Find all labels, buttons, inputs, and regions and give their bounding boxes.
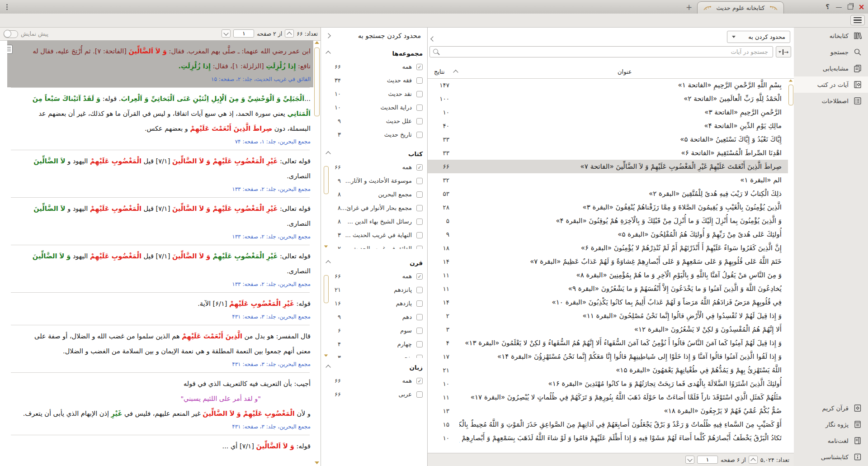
filter-item[interactable]: ✓همه۶۶ <box>321 161 427 174</box>
verse-row[interactable]: الَّذِينَ يُؤْمِنُونَ بِالْغَيْبِ وَ يُق… <box>428 200 788 214</box>
checkbox-icon[interactable] <box>416 300 423 307</box>
filter-item[interactable]: پنجم۳ <box>321 351 427 358</box>
filter-item[interactable]: ✓همه۶۶ <box>321 270 427 283</box>
checkbox-checked-icon[interactable]: ✓ <box>416 378 423 384</box>
page-up-button[interactable] <box>285 29 294 38</box>
verse-row[interactable]: إِيَّاكَ نَعْبُدُ وَ إِيَّاكَ نَسْتَعِين… <box>428 133 788 146</box>
verse-row[interactable]: اهْدِنَا الصِّراطَ الْمُسْتَقِيمَ «الفات… <box>428 146 788 160</box>
collapse-panel-right-icon[interactable] <box>326 33 330 38</box>
filter-item[interactable]: درایة الحدیث۱۰ <box>321 101 427 114</box>
filter-item[interactable]: ✓همه۶۶ <box>321 374 427 388</box>
filter-item[interactable]: النهایة في غریب الحدیث ...۳ <box>321 228 427 242</box>
page-number-input[interactable] <box>697 456 718 464</box>
page-down-button[interactable] <box>222 29 231 38</box>
verse-row[interactable]: صِراطَ الَّذِينَ أَنْعَمْتَ عَلَيْهِمْ غ… <box>428 160 788 173</box>
verse-row[interactable]: وَ إِذا قِيلَ لَهُمْ لا تُفْسِدُوا فِي ا… <box>428 309 788 323</box>
close-button[interactable]: × <box>856 1 867 12</box>
checkbox-checked-icon[interactable]: ✓ <box>416 64 423 70</box>
result-citation[interactable]: الفائق في غريب الحديث، جلد: ۲، صفحه: ۱۵ <box>21 75 311 84</box>
filter-item[interactable]: مجمع بحار الأنوار في غرائ...۸ <box>321 201 427 215</box>
checkbox-icon[interactable] <box>416 91 423 97</box>
verse-list-scrollbar[interactable] <box>788 79 793 452</box>
checkbox-icon[interactable] <box>416 314 423 320</box>
scrollbar-thumb[interactable] <box>324 166 329 194</box>
result-citation[interactable]: مجمع البحرين، جلد: ۲، صفحه: ۱۳۳ <box>21 185 311 194</box>
checkbox-icon[interactable] <box>416 219 423 225</box>
sidebar-item-library-books[interactable]: کتابخانه <box>794 28 868 44</box>
filter-item[interactable]: الفائق في غریب الحدیث ...۲ <box>321 242 427 249</box>
result-citation[interactable]: مجمع البحرين، جلد: ۳، صفحه: ۴۳۱ <box>21 422 311 431</box>
document-icon[interactable] <box>7 45 13 54</box>
verse-row[interactable]: أَلا إِنَّهُمْ هُمُ الْمُفْسِدُونَ وَ لك… <box>428 323 788 336</box>
collapse-group-icon[interactable] <box>326 260 330 265</box>
verse-row[interactable]: وَ الَّذِينَ يُؤْمِنُونَ بِما أُنْزِلَ إ… <box>428 214 788 228</box>
result-card[interactable]: قوله: غَيْرِ الْمَغْضُوبِ عَلَيْهِمْ [۶/… <box>7 293 313 325</box>
verse-row[interactable]: الرَّحْمنِ الرَّحِيمِ «الفاتحة ۳»۱۰ <box>428 105 788 119</box>
sidebar-item-dictionary[interactable]: لغت‌نامه <box>794 433 868 449</box>
verse-row[interactable]: وَ إِذا قِيلَ لَهُمْ آمِنُوا كَما آمَنَ … <box>428 336 788 350</box>
checkbox-icon[interactable] <box>416 328 423 334</box>
sidebar-item-terms-list[interactable]: اصطلاحات <box>794 93 868 109</box>
filter-item[interactable]: پانزدهم۲۱ <box>321 283 427 297</box>
restore-button[interactable] <box>844 1 856 12</box>
checkbox-icon[interactable] <box>416 341 423 347</box>
app-menu-dots-icon[interactable] <box>4 2 10 11</box>
checkbox-icon[interactable] <box>416 391 423 398</box>
result-card[interactable]: ابن عمر رضي الله عنهما: ـ صلَّى بهم المغ… <box>7 40 313 87</box>
limit-to-dropdown[interactable]: محدود کردن به <box>727 31 790 43</box>
collapse-group-icon[interactable] <box>326 365 330 370</box>
filter-group-heading[interactable]: زبان <box>321 361 427 374</box>
search-options-button[interactable]: → <box>776 46 791 57</box>
sidebar-item-quran[interactable]: قرآن کریم <box>794 400 868 416</box>
filter-item[interactable]: چهارم۴ <box>321 338 427 351</box>
checkbox-icon[interactable] <box>416 118 423 124</box>
verse-search-input[interactable] <box>430 47 773 57</box>
filter-item[interactable]: فقه حدیث۳۴ <box>321 74 427 87</box>
checkbox-icon[interactable] <box>416 105 423 111</box>
checkbox-icon[interactable] <box>416 232 423 238</box>
verse-row[interactable]: إِنَّ الَّذِينَ كَفَرُوا سَواءٌ عَلَيْهِ… <box>428 241 788 255</box>
verse-row[interactable]: صُمٌّ بُكْمٌ عُمْيٌ فَهُمْ لا يَرْجِعُون… <box>428 404 788 418</box>
result-citation[interactable]: مجمع البحرين، جلد: ۲، صفحه: ۱۳۳ <box>21 280 311 289</box>
new-tab-button[interactable]: + <box>684 3 693 12</box>
verse-row[interactable]: الم «البقرة ۱»۳۲ <box>428 173 788 187</box>
scroll-up-icon[interactable] <box>315 41 319 44</box>
collapse-group-icon[interactable] <box>326 151 330 156</box>
result-card[interactable]: أجيب: بأن التعريف فيه كالتعريف الذي في ق… <box>7 373 313 435</box>
column-header-title[interactable]: عنوان <box>618 68 632 75</box>
result-card[interactable]: قوله تعالى: غَيْرِ الْمَغْضُوبِ عَلَيْهِ… <box>7 150 313 197</box>
page-up-button[interactable] <box>749 456 758 464</box>
checkbox-icon[interactable] <box>416 287 423 293</box>
checkbox-icon[interactable] <box>416 77 423 84</box>
verse-row[interactable]: بِسْمِ اللَّهِ الرَّحْمنِ الرَّحِيمِ «ال… <box>428 78 788 92</box>
filter-item[interactable]: تاریخ حدیث۳ <box>321 128 427 142</box>
sidebar-item-bibliography-info[interactable]: کتابشناسی <box>794 449 868 465</box>
verse-row[interactable]: مَثَلُهُمْ كَمَثَلِ الَّذِي اسْتَوْقَدَ … <box>428 390 788 404</box>
sidebar-item-verses-in-books[interactable]: آیات در کتب <box>794 76 868 93</box>
scroll-down-icon[interactable] <box>315 461 319 464</box>
page-number-input[interactable] <box>233 29 254 38</box>
preview-toggle[interactable] <box>4 30 18 38</box>
filter-item[interactable]: عربی۶۶ <box>321 388 427 401</box>
help-button[interactable]: ؟ <box>822 1 833 12</box>
checkbox-checked-icon[interactable]: ✓ <box>416 164 423 171</box>
scroll-down-icon[interactable] <box>324 245 328 247</box>
checkbox-icon[interactable] <box>416 355 423 358</box>
filter-item[interactable]: مجمع البحرین۸ <box>321 188 427 201</box>
checkbox-icon[interactable] <box>416 191 423 198</box>
result-card[interactable]: قوله: وَ لاَ اَلضَّالِّينَ [۷/۱] أي ... <box>7 435 313 457</box>
filter-item[interactable]: موسوعة الأحادیث و الآثار...۹ <box>321 174 427 188</box>
filter-item[interactable]: یازدهم۱۶ <box>321 297 427 310</box>
result-citation[interactable]: مجمع البحرين، جلد: ۳، صفحه: ۴۳۱ <box>21 312 311 321</box>
filter-group-scrollbar[interactable] <box>323 162 329 248</box>
result-card[interactable]: قوله تعالى: غَيْرِ الْمَغْضُوبِ عَلَيْهِ… <box>7 245 313 292</box>
checkbox-icon[interactable] <box>416 246 423 249</box>
scroll-down-icon[interactable] <box>324 354 328 357</box>
page-down-button[interactable] <box>685 456 694 464</box>
filter-group-scrollbar[interactable] <box>323 271 329 357</box>
result-citation[interactable]: مجمع البحرين، جلد: ۲، صفحه: ۱۳۳ <box>21 232 311 241</box>
sort-ascending-icon[interactable] <box>453 70 458 75</box>
scrollbar-thumb[interactable] <box>324 275 329 303</box>
main-menu-hamburger-icon[interactable] <box>850 15 865 25</box>
result-card[interactable]: قال المفسر: هو بدل من الَّذِينَ أَنْعَمْ… <box>7 325 313 372</box>
